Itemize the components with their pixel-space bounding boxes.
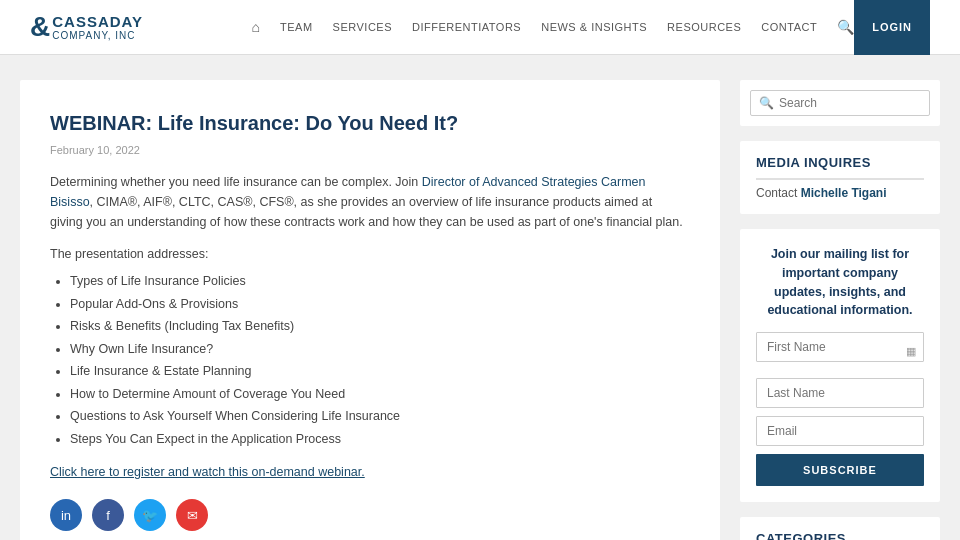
nav-links: ⌂ TEAM SERVICES DIFFERENTIATORS NEWS & I… — [252, 19, 855, 35]
article-body: Determining whether you need life insura… — [50, 172, 685, 479]
search-input-wrap: 🔍 — [750, 90, 930, 116]
media-contact: Contact Michelle Tigani — [756, 186, 924, 200]
email-share-icon[interactable]: ✉ — [176, 499, 208, 531]
nav-differentiators[interactable]: DIFFERENTIATORS — [412, 21, 521, 33]
logo-ampersand: & — [30, 13, 50, 41]
logo-company: COMPANY, INC — [52, 30, 143, 41]
first-name-wrap: ▦ — [756, 332, 924, 370]
search-icon[interactable]: 🔍 — [837, 19, 854, 35]
categories-title: CATEGORIES — [756, 531, 924, 540]
twitter-icon[interactable]: 🐦 — [134, 499, 166, 531]
media-contact-prefix: Contact — [756, 186, 797, 200]
article-date: February 10, 2022 — [50, 144, 685, 156]
article-intro: Determining whether you need life insura… — [50, 172, 685, 232]
linkedin-icon[interactable]: in — [50, 499, 82, 531]
list-item: Why Own Life Insurance? — [70, 338, 685, 361]
article-title: WEBINAR: Life Insurance: Do You Need It? — [50, 110, 685, 136]
logo: & CASSADAY COMPANY, INC — [30, 13, 143, 41]
nav-contact[interactable]: CONTACT — [761, 21, 817, 33]
media-contact-link[interactable]: Michelle Tigani — [801, 186, 887, 200]
list-item: How to Determine Amount of Coverage You … — [70, 383, 685, 406]
list-item: Life Insurance & Estate Planning — [70, 360, 685, 383]
list-item: Questions to Ask Yourself When Consideri… — [70, 405, 685, 428]
article-list: Types of Life Insurance Policies Popular… — [50, 270, 685, 450]
list-header: The presentation addresses: — [50, 244, 685, 264]
main-container: WEBINAR: Life Insurance: Do You Need It?… — [0, 55, 960, 540]
list-item: Popular Add-Ons & Provisions — [70, 293, 685, 316]
login-button[interactable]: LOGIN — [854, 0, 930, 55]
media-inquires-title: MEDIA INQUIRES — [756, 155, 924, 180]
nav-news[interactable]: NEWS & INSIGHTS — [541, 21, 647, 33]
article-card: WEBINAR: Life Insurance: Do You Need It?… — [20, 80, 720, 540]
search-input[interactable] — [779, 96, 921, 110]
article-cta-link[interactable]: Click here to register and watch this on… — [50, 465, 365, 479]
list-item: Steps You Can Expect in the Application … — [70, 428, 685, 451]
mailing-list-box: Join our mailing list for important comp… — [740, 229, 940, 502]
navigation: & CASSADAY COMPANY, INC ⌂ TEAM SERVICES … — [0, 0, 960, 55]
list-item: Types of Life Insurance Policies — [70, 270, 685, 293]
logo-text: CASSADAY COMPANY, INC — [52, 13, 143, 41]
person-icon: ▦ — [906, 345, 916, 358]
facebook-icon[interactable]: f — [92, 499, 124, 531]
first-name-input[interactable] — [756, 332, 924, 362]
nav-services[interactable]: SERVICES — [333, 21, 392, 33]
categories-box: CATEGORIES — [740, 517, 940, 540]
nav-team[interactable]: TEAM — [280, 21, 313, 33]
nav-resources[interactable]: RESOURCES — [667, 21, 741, 33]
search-icon: 🔍 — [759, 96, 774, 110]
subscribe-button[interactable]: SUBSCRIBE — [756, 454, 924, 486]
sidebar: 🔍 MEDIA INQUIRES Contact Michelle Tigani… — [740, 80, 940, 540]
email-input[interactable] — [756, 416, 924, 446]
social-icons: in f 🐦 ✉ — [50, 499, 685, 531]
list-item: Risks & Benefits (Including Tax Benefits… — [70, 315, 685, 338]
media-inquires-box: MEDIA INQUIRES Contact Michelle Tigani — [740, 141, 940, 214]
mailing-title: Join our mailing list for important comp… — [756, 245, 924, 320]
last-name-input[interactable] — [756, 378, 924, 408]
logo-cassaday: CASSADAY — [52, 13, 143, 30]
search-box: 🔍 — [740, 80, 940, 126]
home-icon[interactable]: ⌂ — [252, 19, 260, 35]
article-intro-link[interactable]: Director of Advanced Strategies Carmen B… — [50, 175, 645, 209]
